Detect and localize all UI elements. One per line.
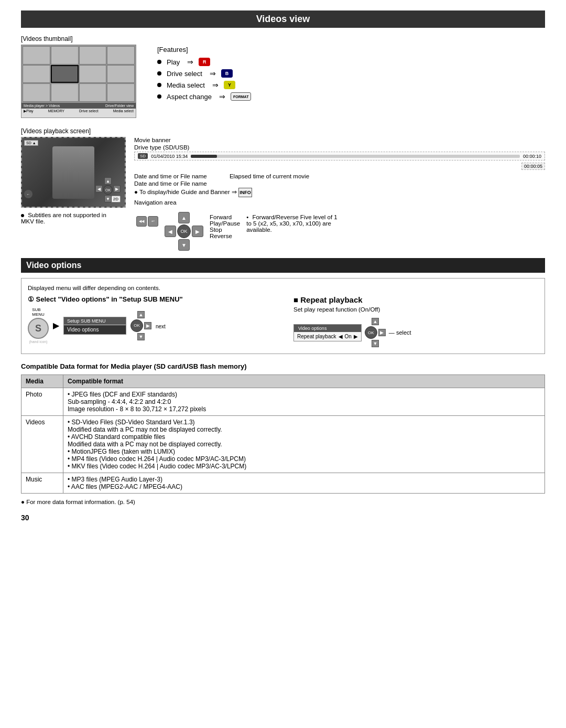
compat-table-title: Compatible Data format for Media player … [21,362,545,370]
bullet-dot [157,94,161,99]
arrow-up-btn[interactable]: ▲ [137,311,145,318]
arrow-up-select[interactable]: ▲ [372,318,379,325]
ok-btn-select[interactable]: OK [365,326,377,339]
time-elapsed: 00:00:10 [523,154,541,159]
feature-play: Play ⇒ R [157,58,545,66]
bullet-dot [157,83,161,87]
video-options-header: Video options [21,258,545,273]
dpad-left[interactable]: ◀ [165,226,176,237]
repeat-menu-box: Video options Repeat playback ◀ On ▶ [293,324,362,341]
ok-btn[interactable]: OK [177,224,191,238]
menu-diagram: SUBMENU S (hand icon) ▶ Setup SUB MENU V… [28,307,273,344]
vo-right: ■ Repeat playback Set play repeat functi… [293,295,538,347]
arrow-icon: ⇒ [210,69,216,78]
ann-guide-banner: ● To display/hide Guide and Banner ⇒ INF… [134,188,545,197]
ok-right-cluster: ▲ OK ▶ ▼ [130,311,151,340]
dpad-down[interactable]: ▼ [178,239,190,251]
ann-2d3d: Date and time or File name [134,180,545,187]
sub-menu-icon: SUBMENU S (hand icon) [28,307,49,344]
arrow-select-right[interactable]: ▶ [378,329,386,336]
col-format-header: Compatible format [63,375,545,388]
arrow-icon: ⇒ [219,92,225,101]
bullet-dot [157,71,161,76]
forward-reverse-text: Forward/Reverse Five level of 1 to 5 (x2… [246,214,338,233]
progress-bar [191,155,520,158]
bullet-dot [157,60,161,64]
media-videos: Videos [21,416,63,473]
feature-drive-text: Drive select [167,70,202,78]
return-btn: ↩ [148,216,158,227]
format-music: • MP3 files (MPEG Audio Layer-3) • AAC f… [63,473,545,494]
arrow-down-select[interactable]: ▼ [372,340,379,347]
left-arrow-btn: ◀ [339,334,343,339]
setup-sub-menu-header: Setup SUB MENU [64,317,126,325]
ann-movie-banner: Movie banner [134,137,545,143]
control-labels: Forward Play/Pause Stop Reverse [210,214,240,239]
ann-drive-type: Drive type (SD/USB) [134,144,545,151]
progress-fill [191,155,217,158]
sub-menu-s: S [28,318,49,339]
dpad-controls: ▲ ◀ OK ▶ ▼ [165,212,203,251]
feature-media-select: Media select ⇒ Y [157,81,545,89]
playback-screen-label: [Videos playback screen] [21,127,545,135]
feature-play-text: Play [167,58,180,66]
play-pause-label: Play/Pause [210,220,240,227]
video-options-menu-item: Video options [64,325,126,334]
bullet-dot: • [246,214,248,220]
video-options-body: Displayed menu will differ depending on … [21,278,545,354]
stop-label: Stop [210,227,240,233]
dpad-right[interactable]: ▶ [192,226,203,237]
arrow-next: ▶ [53,320,59,330]
ann-movie-banner-text: Movie banner [134,137,171,143]
ann-nav-text: Navigation area [134,199,177,206]
ann-elapsed: Elapsed time of current movie [230,173,309,179]
btn-y: Y [224,81,235,89]
forward-reverse-note: • Forward/Reverse Five level of 1 to 5 (… [246,214,341,233]
table-row-photo: Photo • JPEG files (DCF and EXIF standar… [21,388,545,416]
arrow-icon: ⇒ [187,58,193,66]
media-music: Music [21,473,63,494]
step1-label: ① Select "Video options" in "Setup SUB M… [28,295,273,303]
btn-b: B [221,69,233,78]
ann-datetime: Date and time or File name Elapsed time … [134,173,545,179]
ok-select-cluster: ▲ OK ▶ ▼ [365,318,386,347]
select-label: — select [389,329,411,336]
repeat-playback-item: Repeat playback [297,334,336,339]
prev-btn: ◀◀ [136,216,147,227]
repeat-diagram: Video options Repeat playback ◀ On ▶ ▲ O… [293,318,538,347]
ann-2d3d-text: Date and time or File name [134,180,207,187]
feature-drive-select: Drive select ⇒ B [157,69,545,78]
repeat-value: On [345,334,352,339]
thumbnail-label: [Videos thumbnail] [21,35,136,42]
ann-nav-area: Navigation area [134,199,545,206]
feature-aspect-text: Aspect change [167,93,212,101]
ann-datetime-text: Date and time or File name [134,173,207,179]
for-more-text: ● For more data format information. (p. … [21,499,545,505]
setup-sub-menu-box: Setup SUB MENU Video options [63,317,126,335]
arrow-right-btn[interactable]: ▶ [144,322,151,329]
forward-label: Forward [210,214,240,220]
subtitles-note: Subtitles are not supported in MKV file. [21,212,110,224]
page-number: 30 [21,513,545,522]
bullet-dot [21,214,24,217]
reverse-label: Reverse [210,233,240,239]
feature-media-text: Media select [167,81,205,89]
feature-list: Play ⇒ R Drive select ⇒ B Media select ⇒… [157,58,545,101]
dpad-up[interactable]: ▲ [178,212,190,223]
return-cluster: ◀◀ ↩ [136,216,158,227]
arrow-down-btn[interactable]: ▼ [137,333,145,340]
dpad-overlay: ▲ ◀ OK ▶ ▼ [95,177,121,202]
btn-format: FORMAT [231,92,251,101]
features-label: [Features] [157,46,545,53]
return-btn-overlay: ← [24,190,32,198]
page-title: Videos view [21,10,545,28]
playback-ui-bar: Drive type (SD/USB) SD 01/04/2010 15:34 … [134,144,545,170]
sd-badge: SD [138,153,148,159]
ok-btn-menu[interactable]: OK [130,319,143,332]
repeat-playback-sub: Set play repeat function (On/Off) [293,306,538,313]
date-time: 01/04/2010 15:34 [151,154,188,159]
col-media-header: Media [21,375,63,388]
btn-r: R [199,58,210,66]
format-videos: • SD-Video Files (SD-Video Standard Ver.… [63,416,545,473]
table-row-videos: Videos • SD-Video Files (SD-Video Standa… [21,416,545,473]
